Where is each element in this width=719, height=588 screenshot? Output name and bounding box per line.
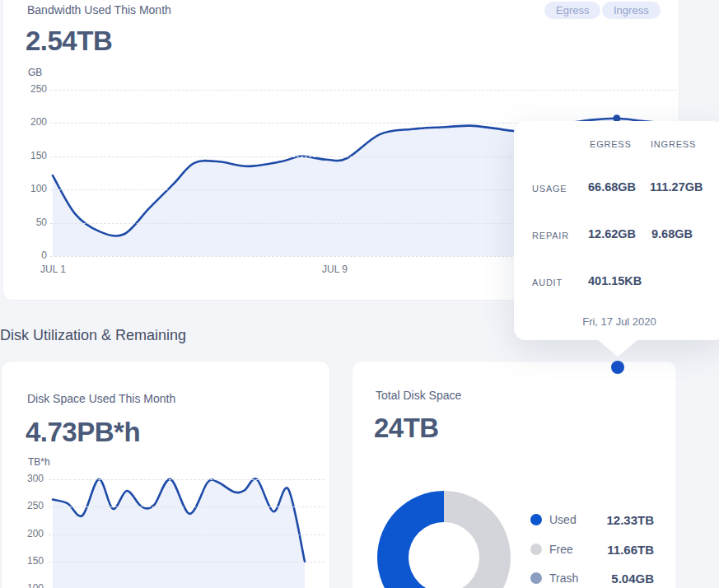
disk-space-used-card: Disk Space Used This Month 4.73PB*h TB*h… (1, 361, 330, 588)
legend-row-free: Free 11.66TB (530, 543, 659, 556)
y-tick-label: 250 (14, 83, 47, 95)
legend-dot-free (530, 544, 542, 555)
section-header-disk-utilization: Disk Utilization & Remaining (0, 327, 186, 344)
chart-hover-dot (611, 361, 624, 374)
total-disk-value: 24TB (374, 413, 439, 444)
legend-label-used: Used (549, 513, 577, 526)
tooltip-usage-egress: 66.68GB (588, 180, 636, 194)
tooltip-arrow (598, 340, 637, 357)
legend-value-used: 12.33TB (606, 513, 654, 527)
tooltip-row-usage-label: USAGE (532, 184, 567, 194)
tooltip-repair-egress: 12.62GB (588, 227, 636, 240)
y-tick-label: 100 (14, 183, 47, 194)
y-gridline (49, 506, 324, 507)
bandwidth-unit-label: GB (28, 67, 42, 78)
bandwidth-tooltip: EGRESS INGRESS USAGE 66.68GB 111.27GB RE… (514, 121, 719, 340)
y-tick-label: 50 (14, 217, 47, 228)
legend-label-free: Free (549, 543, 573, 556)
legend-dot-used (530, 514, 542, 525)
tooltip-header-egress: EGRESS (590, 139, 632, 149)
tooltip-usage-ingress: 111.27GB (650, 180, 703, 194)
y-tick-label: 250 (11, 500, 44, 511)
y-gridline (49, 562, 324, 562)
legend-row-used: Used 12.33TB (530, 513, 659, 526)
legend-value-trash: 5.04GB (611, 572, 654, 586)
y-tick-label: 150 (14, 150, 47, 161)
legend-label-trash: Trash (549, 572, 578, 585)
legend-value-free: 11.66TB (607, 543, 654, 557)
total-disk-space-card: Total Disk Space 24TB Used 12.33TB Free … (352, 361, 677, 588)
legend-row-trash: Trash 5.04GB (530, 572, 659, 585)
y-tick-label: 200 (11, 528, 44, 539)
disk-used-area-chart[interactable] (49, 474, 324, 588)
y-gridline (49, 534, 324, 535)
total-disk-title: Total Disk Space (376, 389, 461, 402)
tooltip-row-audit-label: AUDIT (532, 278, 563, 287)
disk-unit-label: TB*h (28, 456, 50, 468)
disk-card-title: Disk Space Used This Month (27, 392, 175, 405)
donut-hole (409, 522, 479, 588)
tooltip-row-repair-label: REPAIR (532, 231, 569, 240)
bandwidth-xtick-jul1: JUL 1 (40, 264, 66, 275)
bandwidth-card-title: Bandwidth Used This Month (27, 3, 171, 16)
tooltip-repair-ingress: 9.68GB (651, 227, 693, 240)
y-tick-label: 100 (11, 582, 44, 588)
y-tick-label: 300 (11, 473, 44, 484)
tooltip-date: Fri, 17 Jul 2020 (514, 315, 719, 328)
tooltip-header-ingress: INGRESS (651, 139, 696, 149)
disk-used-total: 4.73PB*h (26, 417, 140, 448)
ingress-filter-button[interactable]: Ingress (602, 2, 661, 19)
y-tick-label: 200 (14, 116, 47, 128)
egress-filter-button[interactable]: Egress (544, 2, 600, 19)
bandwidth-total: 2.54TB (26, 26, 112, 57)
tooltip-audit-egress: 401.15KB (588, 274, 642, 287)
y-tick-label: 0 (14, 250, 47, 261)
y-gridline (49, 479, 324, 480)
legend-dot-trash (530, 572, 542, 584)
bandwidth-xtick-jul9: JUL 9 (322, 264, 348, 275)
y-tick-label: 150 (11, 555, 44, 567)
y-gridline (50, 90, 677, 91)
